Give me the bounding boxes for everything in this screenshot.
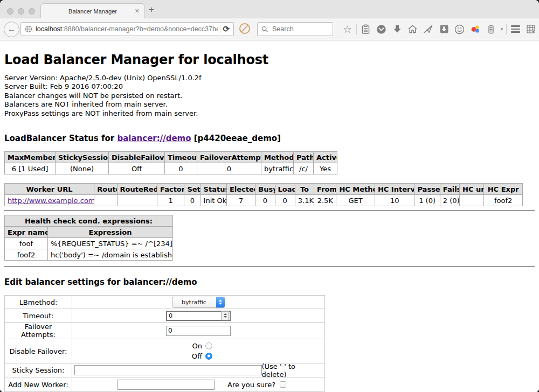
search-input[interactable]	[271, 25, 333, 33]
hamburger-menu-icon[interactable]	[508, 18, 523, 40]
battery-icon[interactable]	[483, 18, 499, 40]
health-table-title: Health check cond. expressions:	[5, 215, 173, 227]
cell-failoverattempts: 0	[197, 163, 261, 174]
radio-on-label: On	[192, 342, 202, 350]
smiley-icon[interactable]	[452, 18, 467, 40]
cell-expression: %{REQUEST_STATUS} =~ /^[234]/	[48, 238, 173, 249]
browser-window: Balancer Manager ✕ + ← localhost:8880/ba…	[0, 0, 539, 392]
cell-timeout: 0	[165, 163, 197, 174]
minimize-window-button[interactable]	[18, 8, 24, 15]
timeout-label: Timeout:	[5, 309, 72, 323]
col-disablefailover: DisableFailover	[109, 152, 165, 163]
timeout-value-field[interactable]	[167, 312, 221, 319]
cell-passes: 1 (0)	[414, 195, 440, 206]
sticky-session-input[interactable]	[74, 365, 262, 375]
col-status: Status	[201, 184, 226, 195]
cell-hc-method: GET	[336, 195, 375, 206]
color-dots-icon[interactable]	[467, 18, 483, 40]
toolbar-buttons: ☆	[340, 18, 539, 40]
new-tab-button[interactable]: +	[149, 4, 154, 15]
proxypass-note-line: ProxyPass settings are NOT inherited fro…	[4, 109, 535, 118]
close-window-button[interactable]	[7, 8, 13, 15]
cell-route	[94, 195, 117, 206]
timeout-input[interactable]	[166, 311, 231, 321]
col-expression: Expression	[48, 227, 173, 238]
col-hc-uri: HC uri	[460, 184, 484, 195]
add-worker-label: Add New Worker:	[5, 377, 72, 392]
back-button[interactable]: ←	[4, 22, 19, 37]
number-spinner-icon[interactable]	[221, 311, 229, 320]
health-data-row: foof2 hc('body') =~ /domain is establish…	[5, 249, 173, 261]
url-path: :8880/balancer-manager?b=demo&nonce=decc…	[62, 25, 218, 33]
failover-off-radio[interactable]	[205, 353, 212, 360]
reload-icon[interactable]: ⟳	[223, 24, 230, 34]
col-factor: Factor	[157, 184, 184, 195]
search-bar[interactable]	[257, 22, 333, 36]
health-check-table: Health check cond. expressions: Expr nam…	[4, 215, 173, 261]
col-expr-name: Expr name	[5, 227, 48, 238]
grid-page-icon[interactable]	[523, 18, 539, 40]
cell-fails: 2 (0)	[440, 195, 459, 206]
col-routeredir: RouteRedir	[117, 184, 157, 195]
url-text[interactable]: localhost:8880/balancer-manager?b=demo&n…	[36, 25, 218, 33]
col-worker-url: Worker URL	[5, 184, 94, 195]
disable-failover-row: Disable Failover: On Off	[5, 339, 325, 363]
dropdown-caret-icon[interactable]: ▾	[499, 18, 505, 40]
col-hc-expr: HC Expr	[484, 184, 523, 195]
pocket-icon[interactable]	[374, 18, 389, 40]
cell-hc-uri	[460, 195, 484, 206]
col-passes: Passes	[414, 184, 440, 195]
col-load: Load	[275, 184, 295, 195]
worker-status-table: Worker URL Route RouteRedir Factor Set S…	[4, 183, 523, 206]
globe-icon[interactable]	[25, 25, 32, 33]
clipboard-icon[interactable]	[358, 18, 374, 40]
failover-attempts-input[interactable]	[166, 326, 231, 336]
col-active: Active	[314, 152, 337, 163]
cell-busy: 0	[255, 195, 275, 206]
server-built-line: Server Built: Feb 9 2016 07:00:20	[4, 82, 535, 91]
are-you-sure-checkbox[interactable]	[280, 381, 286, 388]
disable-failover-label: Disable Failover:	[5, 339, 72, 363]
status-heading-prefix: LoadBalancer Status for	[4, 134, 117, 143]
cell-elected: 7	[226, 195, 255, 206]
failover-on-radio[interactable]	[205, 342, 212, 349]
cell-expr-name: foof	[5, 238, 48, 249]
add-worker-input[interactable]	[118, 380, 215, 390]
health-data-row: foof %{REQUEST_STATUS} =~ /^[234]/	[5, 238, 173, 249]
col-elected: Elected	[226, 184, 255, 195]
worker-url-link[interactable]: http://www.example.com/	[8, 197, 94, 205]
cell-load: 0	[275, 195, 295, 206]
lbmethod-select[interactable]: bytraffic	[172, 297, 225, 308]
cell-to: 3.1K	[295, 195, 314, 206]
box-download-icon[interactable]	[436, 18, 452, 40]
col-path: Path	[294, 152, 314, 163]
zoom-window-button[interactable]	[29, 8, 35, 15]
bookmark-star-icon[interactable]: ☆	[340, 18, 355, 40]
radio-off-label: Off	[192, 352, 202, 360]
close-tab-icon[interactable]: ✕	[135, 8, 140, 15]
col-method: Method	[261, 152, 294, 163]
inherit-note-line: Balancers are NOT inherited from main se…	[4, 100, 535, 109]
col-from: From	[314, 184, 336, 195]
balancer-demo-link[interactable]: balancer://demo	[117, 134, 191, 143]
status-heading-suffix: [p4420eeae_demo]	[191, 134, 281, 143]
sticky-session-row: Sticky Session: (Use '-' to delete)	[5, 363, 325, 377]
worker-header-row: Worker URL Route RouteRedir Factor Set S…	[5, 184, 523, 195]
url-domain: localhost	[36, 25, 62, 33]
send-plane-icon[interactable]	[420, 18, 436, 40]
persist-note-line: Balancer changes will NOT be persisted o…	[4, 92, 535, 100]
select-stepper-icon	[216, 297, 225, 307]
col-timeout: Timeout	[165, 152, 197, 163]
content-blocked-icon[interactable]	[239, 23, 250, 34]
download-arrow-icon[interactable]	[389, 18, 405, 40]
toolbar-divider	[356, 24, 357, 34]
cell-routeredir	[117, 195, 157, 206]
url-bar[interactable]: localhost:8880/balancer-manager?b=demo&n…	[20, 22, 234, 36]
tab-balancer-manager[interactable]: Balancer Manager ✕	[40, 3, 145, 19]
lbmethod-selected-value: bytraffic	[172, 297, 216, 307]
home-icon[interactable]	[405, 18, 420, 40]
cell-hc-interval: 10	[375, 195, 414, 206]
worker-data-row: http://www.example.com/ 1 0 Init Ok 7 0 …	[5, 195, 523, 206]
edit-balancer-form: LBmethod: bytraffic Timeout:	[4, 295, 325, 392]
window-controls[interactable]	[7, 8, 35, 15]
